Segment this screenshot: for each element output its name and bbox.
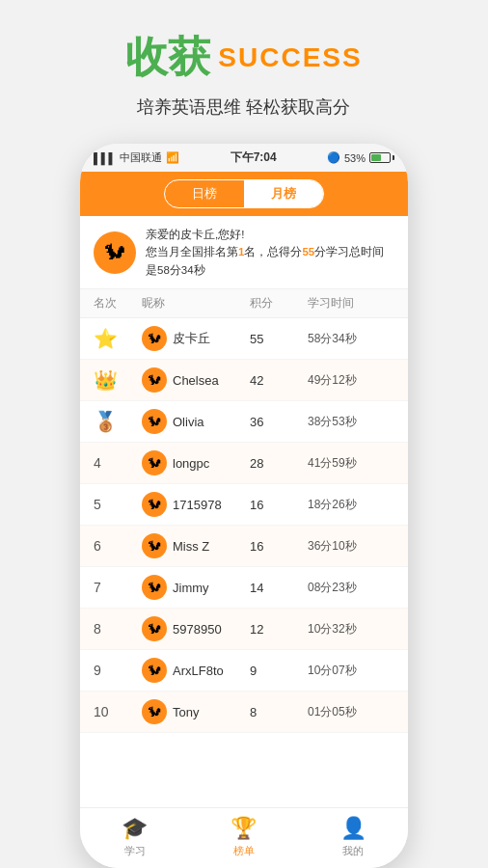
battery-icon (369, 152, 394, 163)
time-cell: 01分05秒 (308, 704, 394, 720)
profile-icon: 👤 (340, 816, 366, 841)
rank-number: 9 (94, 663, 101, 678)
rank-cell: 👑 (94, 368, 142, 392)
profile-label: 我的 (342, 844, 364, 858)
user-avatar-small: 🐿 (142, 492, 167, 517)
user-avatar-small: 🐿 (142, 367, 167, 393)
user-name: 5978950 (173, 622, 222, 637)
title-chinese: 收获 (125, 29, 210, 86)
rank-cell: 4 (94, 455, 142, 471)
rank-cell: 6 (94, 538, 142, 554)
time-cell: 10分32秒 (308, 621, 394, 637)
table-row: 4 🐿 longpc 28 41分59秒 (80, 443, 408, 484)
score-cell: 55 (250, 332, 308, 346)
user-name: Chelsea (173, 373, 219, 388)
rank-cell: 8 (94, 621, 142, 637)
user-avatar-small: 🐿 (142, 575, 167, 600)
tab-group: 日榜 月榜 (164, 179, 324, 208)
title-english: SUCCESS (218, 42, 362, 73)
rank-cell: ⭐ (94, 327, 142, 350)
name-cell: 🐿 Olivia (142, 409, 250, 434)
user-avatar-small: 🐿 (142, 326, 167, 351)
col-time: 学习时间 (308, 295, 394, 312)
rank-cell: 🥉 (94, 410, 142, 433)
time-cell: 10分07秒 (308, 663, 394, 679)
score-cell: 28 (250, 456, 308, 471)
tab-bar: 日榜 月榜 (80, 172, 408, 216)
score-cell: 42 (250, 373, 308, 388)
nav-item-profile[interactable]: 👤 我的 (319, 816, 387, 858)
status-bar: ▌▌▌ 中国联通 📶 下午7:04 🔵 53% (80, 144, 408, 172)
rank-label: 榜单 (233, 844, 255, 858)
greeting-line2: 您当月全国排名第1名，总得分55分学习总时间是58分34秒 (146, 243, 394, 279)
status-right: 🔵 53% (327, 151, 394, 164)
user-avatar-small: 🐿 (142, 409, 167, 434)
time-cell: 18分26秒 (308, 497, 394, 513)
name-cell: 🐿 1715978 (142, 492, 250, 517)
user-avatar-small: 🐿 (142, 533, 167, 558)
user-name: Miss Z (173, 539, 209, 554)
rank-number: 10 (94, 704, 109, 719)
tab-monthly[interactable]: 月榜 (244, 180, 323, 207)
bottom-nav: 🎓 学习 🏆 榜单 👤 我的 (80, 807, 408, 868)
user-name: Jimmy (173, 581, 209, 595)
user-avatar-small: 🐿 (142, 450, 167, 475)
greeting-line1: 亲爱的皮卡丘,您好! (146, 226, 394, 243)
carrier-label: 中国联通 (120, 150, 162, 165)
time-display: 下午7:04 (230, 149, 277, 166)
avatar-emoji: 🐿 (104, 240, 125, 265)
tab-daily[interactable]: 日榜 (165, 180, 244, 207)
col-rank: 名次 (94, 295, 142, 312)
time-cell: 38分53秒 (308, 414, 394, 430)
top-section: 收获 SUCCESS 培养英语思维 轻松获取高分 (0, 0, 488, 128)
score-cell: 12 (250, 622, 308, 637)
user-name: Tony (173, 705, 199, 719)
rank-number: 4 (94, 455, 101, 471)
col-score: 积分 (250, 295, 308, 312)
table-row: 10 🐿 Tony 8 01分05秒 (80, 692, 408, 733)
table-row: ⭐ 🐿 皮卡丘 55 58分34秒 (80, 318, 408, 360)
name-cell: 🐿 ArxLF8to (142, 658, 250, 683)
rank-number: 5 (94, 497, 101, 512)
time-cell: 41分59秒 (308, 455, 394, 472)
time-cell: 49分12秒 (308, 372, 394, 389)
name-cell: 🐿 皮卡丘 (142, 326, 250, 351)
user-name: ArxLF8to (173, 664, 224, 678)
wifi-icon: 📶 (166, 151, 179, 164)
time-cell: 08分23秒 (308, 580, 394, 596)
rank-cell: 10 (94, 704, 142, 719)
score-cell: 8 (250, 705, 308, 719)
greeting-row: 🐿 亲爱的皮卡丘,您好! 您当月全国排名第1名，总得分55分学习总时间是58分3… (80, 216, 408, 289)
user-name: 皮卡丘 (173, 330, 210, 347)
greeting-text: 亲爱的皮卡丘,您好! 您当月全国排名第1名，总得分55分学习总时间是58分34秒 (146, 226, 394, 279)
user-avatar-main: 🐿 (94, 231, 136, 274)
score-cell: 16 (250, 539, 308, 554)
bluetooth-icon: 🔵 (327, 151, 340, 164)
score-cell: 16 (250, 498, 308, 512)
rank-star-icon: ⭐ (94, 327, 118, 350)
leaderboard-table: ⭐ 🐿 皮卡丘 55 58分34秒 👑 🐿 Chelsea 42 49分12秒 … (80, 318, 408, 807)
user-avatar-small: 🐿 (142, 699, 167, 724)
name-cell: 🐿 longpc (142, 450, 250, 475)
rank-crown-icon: 👑 (94, 368, 118, 392)
study-label: 学习 (124, 844, 146, 858)
rank-cell: 5 (94, 497, 142, 512)
table-row: 8 🐿 5978950 12 10分32秒 (80, 609, 408, 650)
status-left: ▌▌▌ 中国联通 📶 (94, 150, 179, 165)
rank-number: 6 (94, 538, 101, 554)
table-header: 名次 昵称 积分 学习时间 (80, 289, 408, 318)
nav-item-study[interactable]: 🎓 学习 (101, 816, 169, 858)
nav-item-rank[interactable]: 🏆 榜单 (210, 816, 278, 858)
score-cell: 36 (250, 415, 308, 429)
table-row: 9 🐿 ArxLF8to 9 10分07秒 (80, 650, 408, 692)
time-cell: 58分34秒 (308, 331, 394, 347)
table-row: 5 🐿 1715978 16 18分26秒 (80, 484, 408, 526)
rank-bronze-icon: 🥉 (94, 410, 118, 433)
name-cell: 🐿 Chelsea (142, 367, 250, 393)
user-name: longpc (173, 456, 209, 471)
rank-icon: 🏆 (230, 816, 257, 841)
score-cell: 14 (250, 581, 308, 595)
phone-mockup: ▌▌▌ 中国联通 📶 下午7:04 🔵 53% 日榜 月榜 🐿 (80, 144, 408, 868)
user-name: Olivia (173, 415, 204, 429)
battery-label: 53% (344, 152, 366, 164)
